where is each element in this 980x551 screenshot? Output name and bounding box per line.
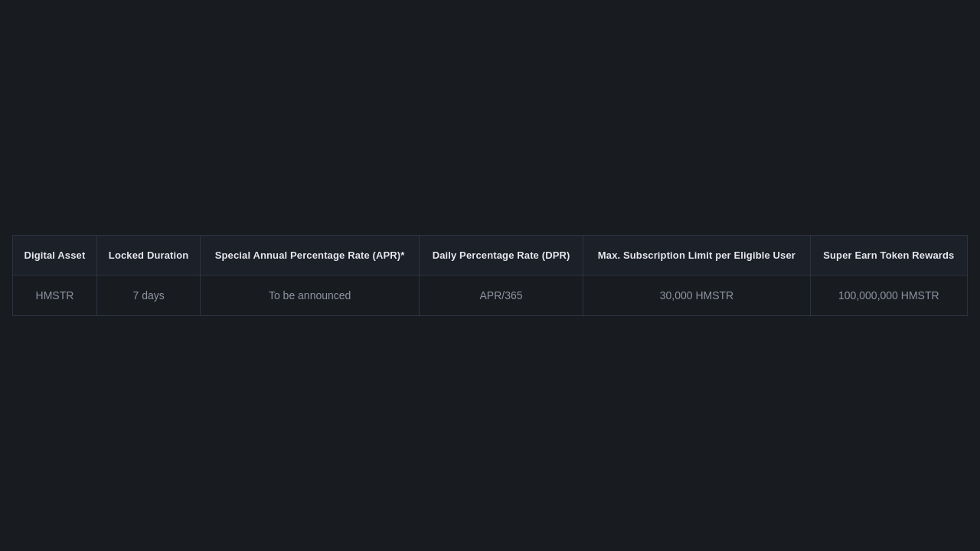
cell-apr: To be announced — [201, 276, 420, 316]
cell-dpr: APR/365 — [419, 276, 583, 316]
table-header-row: Digital Asset Locked Duration Special An… — [13, 236, 968, 276]
table-row: HMSTR 7 days To be announced APR/365 30,… — [13, 276, 968, 316]
col-max-subscription: Max. Subscription Limit per Eligible Use… — [583, 236, 810, 276]
table-wrapper: Digital Asset Locked Duration Special An… — [0, 235, 980, 316]
col-dpr: Daily Percentage Rate (DPR) — [419, 236, 583, 276]
col-digital-asset: Digital Asset — [13, 236, 97, 276]
cell-digital-asset: HMSTR — [13, 276, 97, 316]
cell-token-rewards: 100,000,000 HMSTR — [810, 276, 967, 316]
cell-max-subscription: 30,000 HMSTR — [583, 276, 810, 316]
cell-locked-duration: 7 days — [96, 276, 201, 316]
col-token-rewards: Super Earn Token Rewards — [810, 236, 967, 276]
staking-table: Digital Asset Locked Duration Special An… — [12, 235, 968, 316]
col-locked-duration: Locked Duration — [96, 236, 201, 276]
col-apr: Special Annual Percentage Rate (APR)* — [201, 236, 420, 276]
